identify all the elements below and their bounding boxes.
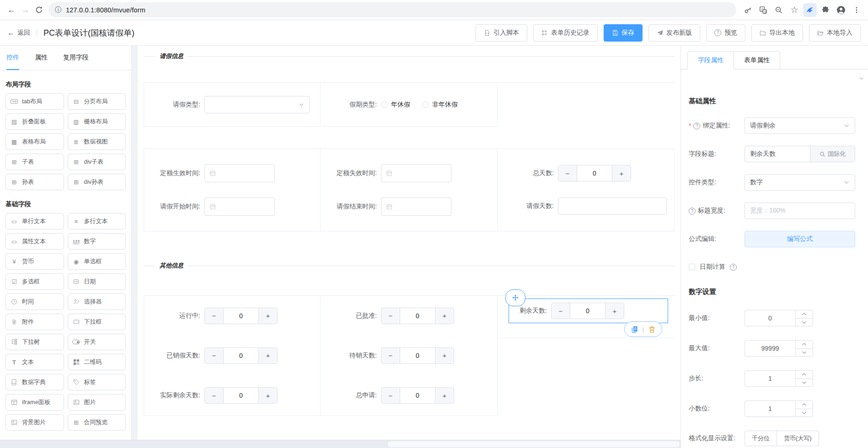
stepper-value[interactable]: 0 [223,308,259,324]
field-title-input[interactable]: 剩余天数 [745,146,810,162]
decrease-icon[interactable] [796,319,813,326]
sidebar-item-picker[interactable]: 选择器 [68,293,126,310]
tab-controls[interactable]: 控件 [6,46,19,70]
sidebar-item-attachment[interactable]: 附件 [5,314,64,330]
sidebar-item-page-layout[interactable]: ⊟分页布局 [68,93,126,110]
sidebar-item-collapse-panel[interactable]: ▤折叠面板 [5,113,64,130]
decrease-button[interactable]: − [205,308,223,324]
form-history-button[interactable]: 表单历史记录 [533,24,598,42]
total-days-stepper[interactable]: −0+ [558,165,631,181]
sidebar-item-qrcode[interactable]: 二维码 [68,354,126,370]
stepper-value[interactable]: 0 [223,348,259,363]
browser-back-icon[interactable]: ← [5,3,18,17]
translate-icon[interactable]: G文 [756,3,770,17]
decrease-button[interactable]: − [205,388,223,403]
title-width-input[interactable]: 宽度：100% [745,203,855,219]
tab-reusable-fields[interactable]: 复用字段 [63,46,89,70]
increase-icon[interactable] [796,371,813,379]
leave-end-date-input[interactable] [381,197,451,216]
control-type-select[interactable]: 数字 [745,174,855,191]
increase-icon[interactable] [796,341,813,349]
stepper-value[interactable]: 0 [400,388,435,403]
leave-days-input[interactable] [558,197,667,215]
sidebar-item-tab-layout[interactable]: TABtab布局 [5,93,64,110]
scrollbar-thumb[interactable] [388,441,680,447]
increase-button[interactable]: + [605,303,624,319]
preview-button[interactable]: ?预览 [706,24,745,42]
tab-form-properties[interactable]: 表单属性 [734,51,780,69]
stepper-value[interactable]: 0 [577,165,612,181]
horizontal-scrollbar[interactable] [0,440,680,448]
profile-avatar-icon[interactable] [834,3,848,17]
decrease-button[interactable]: − [381,308,400,324]
sidebar-item-radio[interactable]: ◉单选框 [68,253,126,270]
decrease-button[interactable]: − [205,348,223,363]
sidebar-item-time[interactable]: 时间 [5,293,64,310]
radio-option-年休假[interactable]: 年休假 [381,101,410,109]
edit-formula-button[interactable]: 编写公式 [745,231,855,247]
publish-button[interactable]: 发布新版 [648,24,700,42]
sidebar-item-image[interactable]: 图片 [68,394,126,411]
leave-type-select[interactable] [204,96,310,113]
decrease-button[interactable]: − [558,165,577,181]
sidebar-item-data-view[interactable]: ≣数据视图 [68,133,126,150]
sidebar-item-grandchild-table[interactable]: ⊞孙表 [5,174,64,190]
number-stepper[interactable]: −0+ [381,347,454,364]
stepper-value[interactable]: 0 [570,303,605,319]
site-info-icon[interactable]: ⓘ [55,6,61,14]
stepper-value[interactable]: 0 [223,388,259,403]
sidebar-item-dropdown-tree[interactable]: 下拉树 [5,334,64,350]
sidebar-item-checkbox[interactable]: ☑多选框 [5,273,64,290]
sidebar-item-date[interactable]: 15日期 [68,273,126,290]
min-value-input[interactable]: 0 [745,310,813,326]
increase-button[interactable]: + [259,388,277,403]
sidebar-item-data-dictionary[interactable]: 数据字典 [5,374,64,390]
max-value-input[interactable]: 99999 [745,340,813,357]
sidebar-item-number[interactable]: 123数字 [68,233,126,250]
sidebar-item-currency[interactable]: ¥货币 [5,253,64,270]
quota-end-date-input[interactable] [381,164,451,182]
sidebar-item-sub-table[interactable]: ⊞子表 [5,154,64,170]
sidebar-item-iframe-panel[interactable]: iframe面板 [5,394,64,411]
sidebar-item-table-layout[interactable]: ▦表格布局 [5,133,64,150]
number-stepper[interactable]: −0+ [204,308,278,324]
sidebar-item-background-image[interactable]: 背景图片 [5,414,64,431]
import-local-button[interactable]: 本地导入 [809,24,861,42]
back-button[interactable]: ← 返回 [7,29,30,37]
sidebar-item-grid-layout[interactable]: ▥栅格布局 [68,113,126,130]
extensions-puzzle-icon[interactable] [819,3,832,17]
increase-icon[interactable] [796,401,813,409]
sidebar-item-multi-line-text[interactable]: ≡多行文本 [68,213,126,229]
step-input[interactable]: 1 [745,370,813,387]
increase-button[interactable]: + [612,165,631,181]
remaining-days-stepper[interactable]: −0+ [551,303,624,319]
increase-button[interactable]: + [435,308,454,324]
sidebar-item-switch[interactable]: 开关 [68,334,126,350]
number-stepper[interactable]: −0+ [381,308,454,324]
browser-menu-icon[interactable] [850,3,863,17]
decrease-button[interactable]: − [381,348,400,363]
extension-bird-icon[interactable] [803,3,817,17]
thousands-separator-button[interactable]: 千分位 [745,431,777,446]
decrease-button[interactable]: − [381,388,400,403]
decrease-icon[interactable] [796,379,813,387]
leave-start-date-input[interactable] [204,197,275,216]
stepper-value[interactable]: 0 [400,308,435,324]
zoom-out-icon[interactable] [772,3,786,17]
increase-button[interactable]: + [435,348,454,363]
sidebar-item-attribute-text[interactable]: ▭属性文本 [5,233,64,250]
copy-icon[interactable] [631,325,638,333]
import-script-button[interactable]: 引入脚本 [476,24,527,42]
selected-field-remaining-days[interactable]: 剩余天数: −0+ | [509,299,668,323]
bookmark-star-icon[interactable]: ☆ [788,3,801,17]
sidebar-item-single-line-text[interactable]: ▭单行文本 [5,213,64,229]
password-key-icon[interactable] [741,3,755,17]
number-stepper[interactable]: −0+ [204,347,278,364]
increase-button[interactable]: + [435,388,454,403]
increase-button[interactable]: + [259,348,277,363]
radio-option-非年休假[interactable]: 非年休假 [422,101,458,109]
increase-icon[interactable] [796,310,813,319]
number-stepper[interactable]: −0+ [204,387,278,404]
sidebar-item-div-grandchild-table[interactable]: ⊞div孙表 [68,174,126,190]
currency-uppercase-button[interactable]: 货币(大写) [777,431,819,446]
